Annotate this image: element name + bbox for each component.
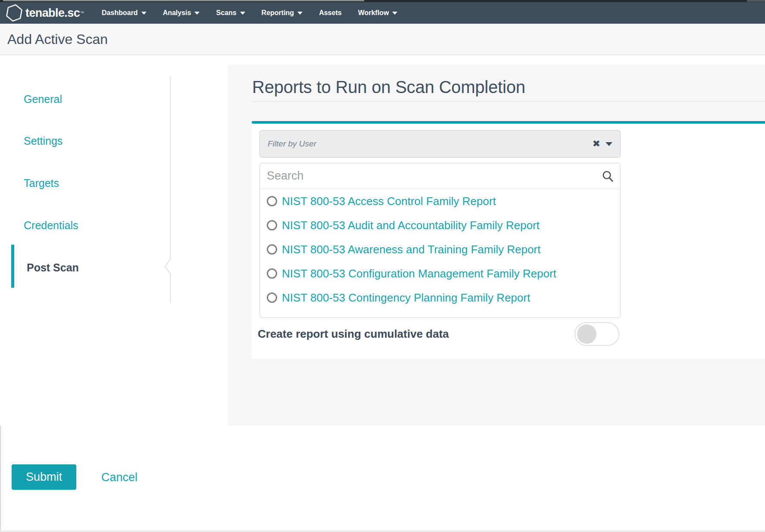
chevron-down-icon — [392, 12, 397, 15]
nav-item-scans[interactable]: Scans — [208, 9, 253, 17]
brand-logo[interactable]: tenable.sc ™ — [6, 4, 84, 22]
report-option[interactable]: NIST 800-53 Awareness and Training Famil… — [260, 237, 620, 261]
radio-button[interactable] — [267, 220, 277, 230]
nav-item-label: Assets — [319, 9, 341, 17]
nav-item-label: Analysis — [163, 9, 191, 17]
report-option[interactable]: NIST 800-53 Contingency Planning Family … — [260, 286, 620, 310]
report-name: NIST 800-53 Access Control Family Report — [282, 195, 496, 208]
nav-item-reporting[interactable]: Reporting — [253, 9, 311, 17]
report-list: NIST 800-53 Access Control Family Report… — [260, 189, 620, 310]
nav-item-label: Reporting — [262, 9, 294, 17]
dropdown-caret-icon[interactable] — [606, 142, 612, 146]
heading-rule — [252, 101, 765, 102]
active-step-indicator — [11, 245, 14, 288]
nav-item-label: Workflow — [358, 9, 389, 17]
report-name: NIST 800-53 Contingency Planning Family … — [282, 291, 530, 305]
post-scan-panel: Reports to Run on Scan Completion Filter… — [228, 65, 765, 426]
sidebar-item-settings[interactable]: Settings — [24, 133, 62, 149]
chevron-down-icon — [240, 12, 245, 15]
nav-item-analysis[interactable]: Analysis — [155, 9, 208, 17]
report-picker: NIST 800-53 Access Control Family Report… — [259, 163, 621, 318]
chevron-down-icon — [194, 12, 200, 15]
submit-button[interactable]: Submit — [12, 464, 76, 490]
sidebar-item-targets[interactable]: Targets — [24, 175, 59, 191]
section-heading: Reports to Run on Scan Completion — [252, 78, 525, 97]
cancel-link[interactable]: Cancel — [101, 470, 137, 485]
brand-name: tenable.sc — [25, 6, 80, 20]
search-input[interactable] — [263, 169, 601, 183]
radio-button[interactable] — [267, 244, 277, 255]
search-icon[interactable] — [601, 170, 614, 183]
nav-item-workflow[interactable]: Workflow — [350, 9, 406, 17]
sidebar-item-post-scan[interactable]: Post Scan — [27, 260, 79, 275]
report-option[interactable]: NIST 800-53 Audit and Accountability Fam… — [260, 213, 620, 237]
radio-button[interactable] — [267, 268, 277, 279]
cumulative-data-toggle[interactable] — [575, 322, 619, 346]
report-name: NIST 800-53 Awareness and Training Famil… — [282, 243, 540, 256]
page-bottom-strip — [0, 530, 765, 532]
reports-card: Filter by User ✖ NIST 800-53 Access Cont… — [252, 124, 765, 359]
report-option[interactable]: NIST 800-53 Access Control Family Report — [260, 189, 620, 213]
window-top-strip-corner — [747, 0, 765, 2]
nav-item-assets[interactable]: Assets — [311, 9, 350, 17]
report-name: NIST 800-53 Configuration Management Fam… — [282, 267, 556, 280]
report-option[interactable]: NIST 800-53 Configuration Management Fam… — [260, 261, 620, 286]
chevron-down-icon — [297, 12, 303, 15]
search-row — [260, 163, 620, 189]
hexagon-logo-icon — [6, 4, 23, 22]
filter-by-user-dropdown[interactable]: Filter by User ✖ — [259, 130, 621, 158]
sidebar-item-credentials[interactable]: Credentials — [24, 218, 78, 233]
filter-placeholder: Filter by User — [268, 139, 593, 149]
radio-button[interactable] — [267, 292, 277, 303]
page-title-bar: Add Active Scan — [0, 24, 765, 55]
cumulative-data-label: Create report using cumulative data — [258, 326, 449, 342]
nav-menu: Dashboard Analysis Scans Reporting Asset… — [94, 2, 406, 24]
clear-filter-icon[interactable]: ✖ — [593, 139, 600, 149]
wizard-sidebar: GeneralSettingsTargetsCredentialsPost Sc… — [0, 55, 228, 426]
chevron-down-icon — [141, 12, 147, 15]
nav-item-dashboard[interactable]: Dashboard — [94, 9, 155, 17]
trademark-mark: ™ — [80, 9, 84, 17]
nav-item-label: Scans — [216, 9, 236, 17]
top-navbar: tenable.sc ™ Dashboard Analysis Scans Re… — [0, 2, 765, 24]
report-name: NIST 800-53 Audit and Accountability Fam… — [282, 219, 540, 232]
toggle-knob — [577, 324, 596, 344]
sidebar-item-general[interactable]: General — [24, 91, 62, 107]
window-top-strip-segment — [3, 0, 364, 1]
sidebar-divider-notch — [165, 77, 172, 303]
nav-item-label: Dashboard — [102, 9, 138, 17]
radio-button[interactable] — [267, 196, 277, 206]
page-title: Add Active Scan — [7, 24, 108, 55]
